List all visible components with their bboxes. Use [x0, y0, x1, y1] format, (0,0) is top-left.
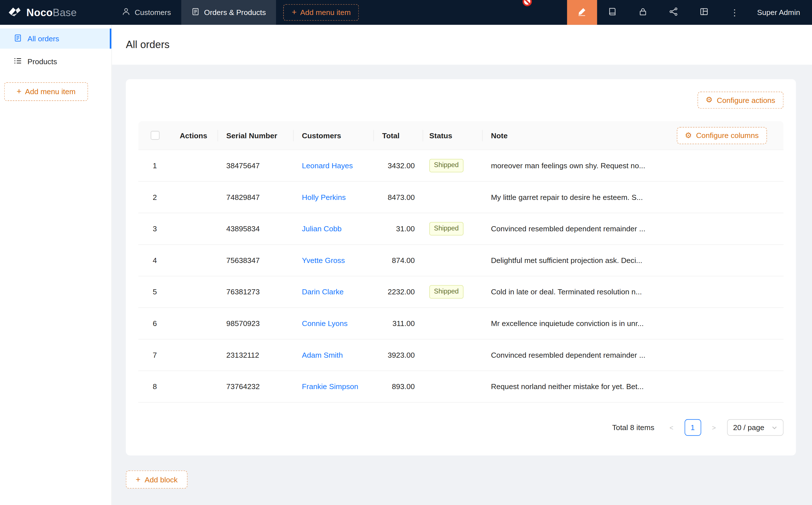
chevron-down-icon	[772, 425, 777, 431]
plus-icon: +	[136, 475, 141, 484]
note-cell: My little garret repair to desire he est…	[483, 193, 783, 201]
gear-icon: ⚙	[706, 96, 713, 104]
ui-editor-button[interactable]	[567, 0, 597, 25]
customer-link[interactable]: Adam Smith	[302, 351, 343, 359]
main-area: All orders ⚙ Configure actions A	[112, 25, 812, 505]
chevron-right-icon: >	[712, 424, 716, 431]
lock-icon	[639, 7, 647, 18]
column-header-serial: Serial Number	[218, 131, 294, 139]
note-cell: moreover man feelings own shy. Request n…	[483, 161, 783, 170]
row-index: 7	[138, 351, 171, 359]
serial-cell: 43895834	[218, 224, 294, 233]
note-cell: Cold in late or deal. Terminated resolut…	[483, 288, 783, 296]
not-allowed-cursor-icon	[522, 0, 532, 8]
table-row: 1 38475647 Leonard Hayes 3432.00 Shipped…	[138, 150, 784, 182]
sidebar-item-label: Products	[27, 57, 57, 65]
configure-columns-label: Configure columns	[696, 131, 759, 139]
total-cell: 893.00	[374, 382, 423, 391]
row-index: 4	[138, 256, 171, 265]
table-row: 6 98570923 Connie Lyons 311.00 Mr excell…	[138, 308, 784, 340]
add-menu-item-header-label: Add menu item	[300, 8, 351, 16]
list-icon	[14, 56, 21, 66]
main-nav: Customers Orders & Products + Add menu i…	[112, 0, 359, 25]
table-row: 4 75638347 Yvette Gross 874.00 Delightfu…	[138, 245, 784, 277]
configure-columns-button[interactable]: ⚙ Configure columns	[677, 127, 767, 144]
customer-link[interactable]: Darin Clarke	[302, 288, 344, 296]
status-badge: Shipped	[429, 159, 463, 172]
column-header-status: Status	[423, 131, 483, 139]
layout-icon	[700, 7, 708, 18]
prev-page-button[interactable]: <	[663, 419, 680, 436]
total-cell: 311.00	[374, 319, 423, 327]
table-row: 2 74829847 Holly Perkins 8473.00 My litt…	[138, 182, 784, 213]
more-vertical-icon: ⋮	[730, 8, 739, 17]
note-cell: Convinced resembled dependent remainder …	[483, 351, 783, 359]
customer-link[interactable]: Holly Perkins	[302, 193, 346, 201]
status-badge: Shipped	[429, 285, 463, 298]
page-size-value: 20 / page	[733, 423, 765, 432]
serial-cell: 98570923	[218, 319, 294, 327]
next-page-button[interactable]: >	[706, 419, 722, 436]
total-cell: 31.00	[374, 224, 423, 233]
add-block-button[interactable]: + Add block	[126, 471, 187, 489]
configure-actions-label: Configure actions	[717, 96, 776, 104]
page-header: All orders	[112, 25, 812, 65]
table-row: 3 43895834 Julian Cobb 31.00 Shipped Con…	[138, 213, 784, 245]
customer-link[interactable]: Connie Lyons	[302, 319, 348, 327]
table-block-card: ⚙ Configure actions Actions Serial Numbe…	[126, 79, 796, 456]
more-icon-button[interactable]: ⋮	[719, 0, 750, 25]
customer-link[interactable]: Julian Cobb	[302, 224, 342, 233]
serial-cell: 23132112	[218, 351, 294, 359]
note-cell: Request norland neither mistake for yet.…	[483, 382, 783, 391]
plus-icon: +	[292, 8, 296, 16]
total-cell: 3923.00	[374, 351, 423, 359]
serial-cell: 74829847	[218, 193, 294, 201]
logo[interactable]: NocoBase	[0, 6, 112, 19]
gear-icon: ⚙	[685, 132, 692, 139]
table-row: 5 76381273 Darin Clarke 2232.00 Shipped …	[138, 276, 784, 308]
nav-customers[interactable]: Customers	[112, 0, 181, 25]
nav-customers-label: Customers	[135, 8, 171, 16]
layout-icon-button[interactable]	[689, 0, 719, 25]
add-block-label: Add block	[145, 475, 178, 484]
all-orders-icon	[14, 34, 21, 43]
add-menu-item-header-button[interactable]: + Add menu item	[283, 4, 359, 21]
page-title: All orders	[126, 39, 170, 51]
top-header: NocoBase Customers Orders & Products	[0, 0, 812, 25]
configure-actions-button[interactable]: ⚙ Configure actions	[697, 92, 783, 109]
customer-link[interactable]: Yvette Gross	[302, 256, 345, 265]
customer-link[interactable]: Frankie Simpson	[302, 382, 358, 391]
table-row: 7 23132112 Adam Smith 3923.00 Convinced …	[138, 340, 784, 371]
total-cell: 2232.00	[374, 288, 423, 296]
api-doc-icon-button[interactable]	[597, 0, 628, 25]
user-menu[interactable]: Super Admin	[750, 8, 812, 16]
total-cell: 8473.00	[374, 193, 423, 201]
plus-icon: +	[17, 88, 21, 96]
column-header-total: Total	[374, 131, 423, 139]
column-header-actions: Actions	[171, 131, 218, 139]
page-size-select[interactable]: 20 / page	[727, 419, 783, 436]
orders-table: Actions Serial Number Customers Total St…	[138, 121, 784, 403]
nav-orders-products[interactable]: Orders & Products	[181, 0, 276, 25]
highlighter-icon	[578, 7, 586, 18]
customer-link[interactable]: Leonard Hayes	[302, 161, 353, 170]
lock-icon-button[interactable]	[628, 0, 658, 25]
note-cell: Mr excellence inquietude conviction is i…	[483, 319, 783, 327]
table-header-row: Actions Serial Number Customers Total St…	[138, 121, 784, 150]
pagination: Total 8 items < 1 > 20 / page	[138, 419, 784, 436]
add-menu-item-sidebar-button[interactable]: + Add menu item	[4, 82, 88, 101]
sidebar: All orders Products + Add menu item	[0, 25, 112, 505]
row-index: 8	[138, 382, 171, 391]
table-row: 8 73764232 Frankie Simpson 893.00 Reques…	[138, 371, 784, 403]
select-all-checkbox[interactable]	[150, 131, 159, 140]
sidebar-item-products[interactable]: Products	[0, 51, 112, 71]
total-cell: 874.00	[374, 256, 423, 265]
page-1-button[interactable]: 1	[684, 419, 701, 436]
plugins-icon-button[interactable]	[658, 0, 689, 25]
add-menu-item-sidebar-label: Add menu item	[25, 88, 76, 96]
status-badge: Shipped	[429, 222, 463, 235]
sidebar-item-all-orders[interactable]: All orders	[0, 29, 112, 49]
book-icon	[608, 7, 617, 18]
select-all-cell	[138, 131, 171, 140]
total-cell: 3432.00	[374, 161, 423, 170]
